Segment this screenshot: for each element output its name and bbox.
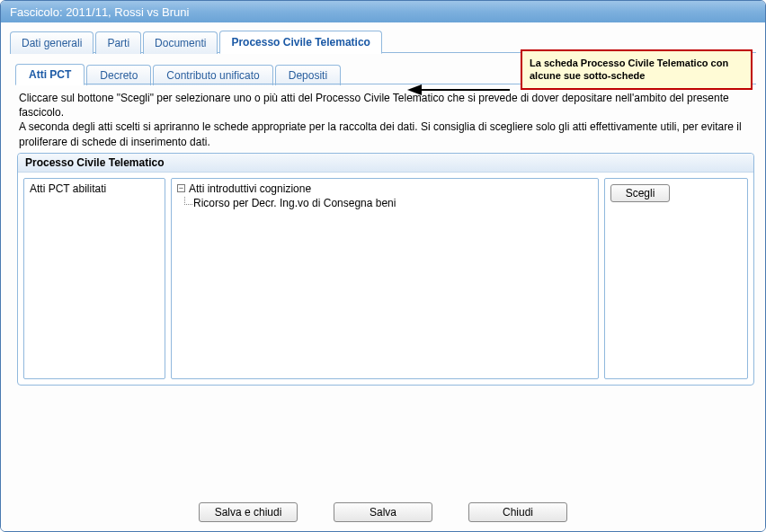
enabled-atti-panel: Atti PCT abilitati xyxy=(23,178,165,379)
tab-documenti[interactable]: Documenti xyxy=(143,31,218,54)
callout-note: La scheda Processo Civile Telematico con… xyxy=(521,49,753,90)
instructions-line2: A seconda degli atti scelti si apriranno… xyxy=(19,120,753,148)
subtab-decreto[interactable]: Decreto xyxy=(86,65,151,85)
tab-processo-civile-telematico[interactable]: Processo Civile Telematico xyxy=(219,31,382,54)
group-title: Processo Civile Telematico xyxy=(18,154,753,173)
instructions-line1: Cliccare sul bottone "Scegli" per selezi… xyxy=(19,91,753,120)
titlebar: Fascicolo: 2011/11, Rossi vs Bruni xyxy=(1,1,765,22)
tab-dati-generali[interactable]: Dati generali xyxy=(10,31,94,54)
tree-root-node[interactable]: − Atti introduttivi cognizione xyxy=(177,182,592,195)
atti-tree[interactable]: − Atti introduttivi cognizione Ricorso p… xyxy=(171,178,599,379)
enabled-atti-label: Atti PCT abilitati xyxy=(30,182,106,195)
instructions: Cliccare sul bottone "Scegli" per selezi… xyxy=(15,85,756,153)
tab-parti[interactable]: Parti xyxy=(95,31,141,54)
callout-text: La scheda Processo Civile Telematico con… xyxy=(530,58,728,81)
choose-button[interactable]: Scegli xyxy=(610,184,670,202)
choose-panel: Scegli xyxy=(604,178,748,379)
subtab-contributo-unificato[interactable]: Contributo unificato xyxy=(153,65,272,85)
window-title: Fascicolo: 2011/11, Rossi vs Bruni xyxy=(10,5,189,19)
save-button[interactable]: Salva xyxy=(334,502,432,522)
tree-child-label: Ricorso per Decr. Ing.vo di Consegna ben… xyxy=(193,197,396,209)
tree-collapse-icon[interactable]: − xyxy=(177,184,185,192)
subtab-depositi[interactable]: Depositi xyxy=(275,65,341,85)
tree-root-label: Atti introduttivi cognizione xyxy=(189,182,311,195)
subtab-atti-pct[interactable]: Atti PCT xyxy=(15,64,85,85)
footer-buttons: Salva e chiudi Salva Chiudi xyxy=(10,490,756,531)
main-window: Fascicolo: 2011/11, Rossi vs Bruni La sc… xyxy=(0,0,766,532)
group-pct: Processo Civile Telematico Atti PCT abil… xyxy=(17,153,754,386)
close-button[interactable]: Chiudi xyxy=(468,502,567,522)
save-and-close-button[interactable]: Salva e chiudi xyxy=(199,502,298,522)
tree-child-node[interactable]: Ricorso per Decr. Ing.vo di Consegna ben… xyxy=(193,197,592,209)
